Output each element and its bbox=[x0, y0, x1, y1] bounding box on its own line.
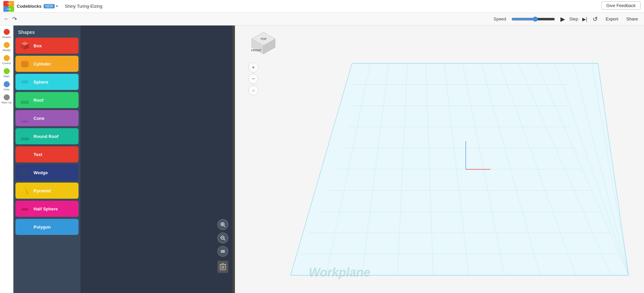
speed-slider[interactable] bbox=[511, 16, 555, 22]
zoom-in-code-button[interactable] bbox=[217, 219, 228, 230]
svg-marker-23 bbox=[21, 170, 29, 176]
workplane[interactable]: Workplane bbox=[275, 46, 644, 293]
svg-point-15 bbox=[21, 80, 29, 84]
new-dropdown-arrow[interactable]: ▾ bbox=[56, 4, 58, 8]
shape-icon-wedge bbox=[19, 166, 31, 179]
view-cube[interactable]: TOP FRONT bbox=[248, 31, 275, 57]
svg-point-26 bbox=[21, 208, 29, 211]
shape-icon-cone bbox=[19, 112, 31, 124]
reset-button[interactable]: ↺ bbox=[593, 15, 598, 23]
svg-point-19 bbox=[21, 120, 29, 123]
svg-text:CAD: CAD bbox=[7, 8, 11, 10]
shape-label-cylinder: Cylinder bbox=[34, 61, 51, 66]
sidebar-icon-dot bbox=[4, 29, 10, 35]
svg-text:TIN: TIN bbox=[7, 3, 10, 5]
project-name[interactable]: Shiny Turing-Elzing bbox=[65, 4, 102, 9]
topbar: TIN CAD Codeblocks NEW ▾ Shiny Turing-El… bbox=[0, 0, 644, 13]
share-button[interactable]: Share bbox=[624, 15, 641, 23]
new-badge: NEW bbox=[44, 4, 55, 8]
sidebar-icon-dot bbox=[4, 94, 10, 100]
shape-label-wedge: Wedge bbox=[34, 170, 48, 175]
shape-icon-text: Aa bbox=[19, 148, 31, 160]
home-view-button[interactable]: ⌂ bbox=[248, 85, 258, 95]
shape-button-wedge[interactable]: Wedge bbox=[15, 164, 79, 181]
svg-marker-27 bbox=[21, 223, 28, 231]
forward-button[interactable]: ↷ bbox=[12, 15, 17, 23]
shape-button-polygon[interactable]: Polygon bbox=[15, 219, 79, 235]
sidebar-icon-dot bbox=[4, 68, 10, 74]
sidebar-icon-label: Shapes bbox=[2, 36, 11, 39]
shape-button-text[interactable]: Aa Text bbox=[15, 146, 79, 162]
sidebar-icon-label: Control bbox=[2, 62, 11, 65]
sidebar-item-math[interactable]: Math bbox=[0, 67, 13, 79]
shape-label-text: Text bbox=[34, 152, 42, 157]
shape-icon-polygon bbox=[19, 221, 31, 233]
code-bottom-icons bbox=[217, 219, 228, 273]
shape-button-cylinder[interactable]: Cylinder bbox=[15, 56, 79, 72]
shape-button-half-sphere[interactable]: Half Sphere bbox=[15, 201, 79, 217]
shape-button-roof[interactable]: Roof bbox=[15, 92, 79, 108]
shape-button-box[interactable]: Box bbox=[15, 38, 79, 54]
zoom-out-code-button[interactable] bbox=[217, 233, 228, 243]
fit-code-button[interactable] bbox=[217, 246, 228, 257]
3d-viewport[interactable]: TOP FRONT + − ⌂ bbox=[235, 26, 644, 293]
shape-icon-roof bbox=[19, 94, 31, 106]
svg-point-13 bbox=[21, 65, 29, 67]
workplane-grid bbox=[275, 46, 644, 293]
shape-label-pyramid: Pyramid bbox=[34, 188, 51, 193]
app-name: Codeblocks bbox=[17, 4, 42, 9]
shape-button-sphere[interactable]: Sphere bbox=[15, 74, 79, 90]
shape-label-cone: Cone bbox=[34, 116, 45, 121]
shape-button-pyramid[interactable]: Pyramid bbox=[15, 183, 79, 199]
trash-button[interactable] bbox=[217, 261, 228, 273]
play-button[interactable]: ▶ bbox=[560, 15, 565, 23]
svg-line-33 bbox=[224, 239, 225, 240]
sidebar-icon-label: Math bbox=[4, 75, 10, 78]
svg-marker-16 bbox=[21, 96, 29, 101]
shape-label-roof: Roof bbox=[34, 98, 44, 103]
shape-icon-pyramid bbox=[19, 185, 31, 197]
speed-label: Speed bbox=[494, 16, 506, 21]
step-label: Step bbox=[569, 16, 578, 21]
shape-label-round-roof: Round Roof bbox=[34, 134, 58, 139]
shapes-panel: Shapes Box Cylinder Sphere Roof Cone Rou… bbox=[13, 26, 81, 293]
svg-rect-17 bbox=[21, 101, 29, 104]
sidebar-item-shapes[interactable]: Shapes bbox=[0, 28, 13, 40]
svg-line-29 bbox=[224, 226, 225, 227]
sidebar-item-markup[interactable]: Mark Up bbox=[0, 93, 13, 105]
shape-label-box: Box bbox=[34, 43, 42, 48]
shape-icon-sphere bbox=[19, 76, 31, 88]
sidebar-item-modify[interactable]: Modify bbox=[0, 41, 13, 53]
step-button[interactable]: ▶| bbox=[582, 16, 587, 22]
back-button[interactable]: ← bbox=[3, 15, 9, 22]
shapes-panel-title: Shapes bbox=[15, 28, 79, 38]
sidebar-icons: Shapes Modify Control Math Data Mark Up bbox=[0, 26, 13, 293]
scrollbar[interactable] bbox=[232, 26, 235, 293]
svg-text:TOP: TOP bbox=[260, 37, 266, 41]
sidebar-icon-label: Data bbox=[4, 88, 9, 91]
sidebar-icon-dot bbox=[4, 81, 10, 87]
shape-label-half-sphere: Half Sphere bbox=[34, 206, 58, 211]
shape-icon-round-roof bbox=[19, 130, 31, 142]
sidebar-item-control[interactable]: Control bbox=[0, 54, 13, 66]
sidebar-item-data[interactable]: Data bbox=[0, 80, 13, 92]
toolbar: ← ↷ Speed ▶ Step ▶| ↺ Export Share bbox=[0, 13, 644, 26]
sidebar-icon-dot bbox=[4, 55, 10, 61]
shape-label-polygon: Polygon bbox=[34, 225, 51, 230]
svg-marker-18 bbox=[21, 114, 29, 121]
zoom-controls: + − ⌂ bbox=[248, 62, 258, 95]
shape-button-cone[interactable]: Cone bbox=[15, 110, 79, 126]
code-editor[interactable] bbox=[81, 26, 235, 293]
shape-icon-box bbox=[19, 40, 31, 52]
zoom-in-button[interactable]: + bbox=[248, 62, 258, 72]
give-feedback-button[interactable]: Give Feedback bbox=[601, 1, 641, 10]
svg-rect-20 bbox=[21, 138, 29, 140]
svg-text:FRONT: FRONT bbox=[251, 49, 262, 52]
app-logo: TIN CAD bbox=[3, 1, 14, 12]
main-layout: Shapes Modify Control Math Data Mark Up … bbox=[0, 26, 644, 293]
zoom-out-button[interactable]: − bbox=[248, 74, 258, 84]
sidebar-icon-label: Modify bbox=[3, 49, 11, 52]
export-button[interactable]: Export bbox=[603, 15, 621, 23]
shape-button-round-roof[interactable]: Round Roof bbox=[15, 128, 79, 144]
svg-text:Aa: Aa bbox=[21, 151, 28, 158]
